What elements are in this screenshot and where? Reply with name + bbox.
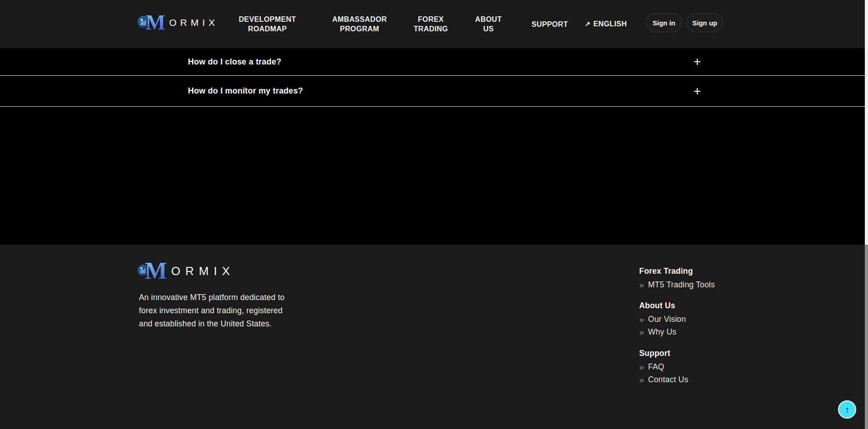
language-selector[interactable]: ↗ ENGLISH [585, 20, 627, 28]
double-chevron-icon: » [639, 375, 644, 384]
footer-column-heading: Forex Trading [639, 266, 715, 276]
faq-question: How do I monitor my trades? [188, 86, 303, 96]
double-chevron-icon: » [639, 328, 644, 336]
plus-icon[interactable]: + [689, 55, 705, 68]
double-chevron-icon: » [639, 315, 644, 324]
footer-description-line: An innovative MT5 platform dedicated to [139, 291, 285, 304]
logo-wordmark: ORMIX [171, 264, 235, 278]
footer-column-about-us: About Us » Our Vision » Why Us [639, 301, 686, 338]
nav-item-development-roadmap[interactable]: DEVELOPMENTROADMAP [239, 15, 296, 34]
language-label: ENGLISH [593, 20, 627, 28]
logo-letter-m: M [145, 259, 167, 283]
nav-item-line: TRADING [414, 25, 448, 33]
nav-item-line: DEVELOPMENT [239, 15, 296, 23]
scroll-to-top-button[interactable]: ↑ [838, 400, 856, 419]
double-chevron-icon: » [639, 363, 644, 371]
nav-item-line: ABOUT [475, 15, 502, 23]
footer-description-line: and established in the United States. [139, 317, 285, 330]
nav-item-line: SUPPORT [532, 20, 568, 28]
footer-column-support: Support » FAQ » Contact Us [639, 349, 688, 386]
footer-link-why-us[interactable]: » Why Us [639, 325, 686, 338]
nav-item-line: PROGRAM [340, 25, 379, 33]
double-chevron-icon: » [639, 281, 644, 289]
nav-item-support[interactable]: SUPPORT [532, 20, 568, 29]
nav-item-ambassador-program[interactable]: AMBASSADORPROGRAM [332, 15, 387, 34]
faq-accordion-item[interactable]: How do I close a trade? + [0, 48, 865, 76]
footer-description: An innovative MT5 platform dedicated to … [139, 291, 285, 330]
logo-letter-m: M [146, 12, 165, 33]
footer-link-mt5-trading-tools[interactable]: » MT5 Trading Tools [639, 278, 715, 291]
faq-accordion-item[interactable]: How do I monitor my trades? + [0, 76, 865, 107]
scrollbar-thumb[interactable] [865, 245, 868, 429]
page: M ORMIX DEVELOPMENTROADMAP AMBASSADORPRO… [0, 0, 868, 429]
footer-brand-logo: M ORMIX [138, 259, 235, 283]
footer-link-label: Contact Us [648, 375, 689, 385]
footer-link-our-vision[interactable]: » Our Vision [639, 313, 686, 325]
footer-column-heading: About Us [639, 301, 686, 310]
sign-up-button[interactable]: Sign up [686, 13, 723, 32]
top-navbar: M ORMIX DEVELOPMENTROADMAP AMBASSADORPRO… [0, 0, 865, 48]
arrow-up-right-icon: ↗ [585, 20, 591, 28]
nav-item-forex-trading[interactable]: FOREXTRADING [414, 15, 448, 34]
footer-column-forex-trading: Forex Trading » MT5 Trading Tools [639, 266, 715, 291]
sign-in-button[interactable]: Sign in [646, 13, 682, 32]
nav-item-line: FOREX [418, 15, 444, 23]
arrow-up-icon: ↑ [845, 405, 849, 414]
footer-column-heading: Support [639, 349, 688, 358]
footer-description-line: forex investment and trading, registered [139, 304, 285, 317]
nav-item-line: AMBASSADOR [332, 15, 387, 23]
footer-link-faq[interactable]: » FAQ [639, 360, 688, 373]
plus-icon[interactable]: + [689, 85, 705, 98]
footer-link-label: MT5 Trading Tools [648, 280, 715, 290]
brand-logo[interactable]: M ORMIX [138, 12, 218, 33]
nav-item-about-us[interactable]: ABOUTUS [475, 15, 502, 34]
nav-item-line: US [483, 25, 493, 33]
footer: M ORMIX An innovative MT5 platform dedic… [0, 245, 865, 429]
footer-link-contact-us[interactable]: » Contact Us [639, 373, 688, 386]
logo-wordmark: ORMIX [169, 17, 218, 28]
footer-link-label: FAQ [648, 362, 665, 372]
footer-link-label: Why Us [648, 327, 676, 337]
nav-item-line: ROADMAP [248, 25, 286, 33]
footer-link-label: Our Vision [648, 315, 686, 324]
faq-question: How do I close a trade? [188, 57, 281, 67]
